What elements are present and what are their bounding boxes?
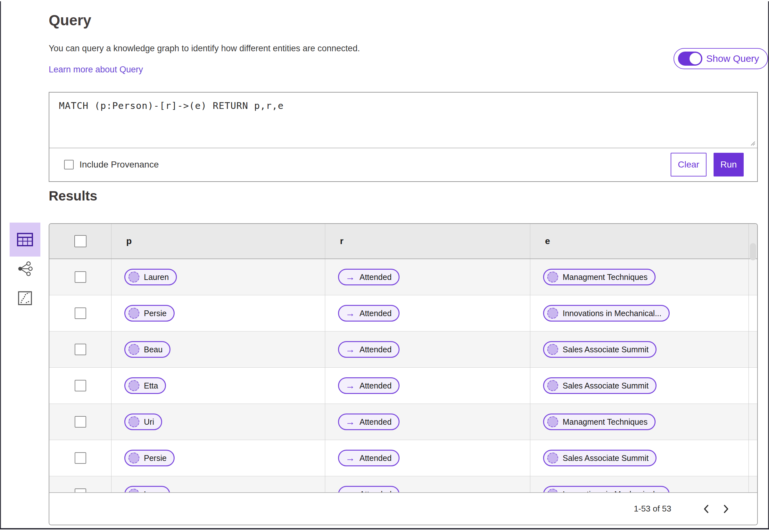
network-view-button[interactable] (10, 258, 40, 279)
row-checkbox[interactable] (75, 344, 86, 355)
row-checkbox-cell (49, 259, 111, 295)
relation-pill[interactable]: →Attended (338, 450, 400, 466)
table-row: Beau→AttendedSales Associate Summit (49, 331, 757, 368)
network-icon (17, 261, 33, 276)
arrow-right-icon: → (345, 416, 355, 427)
pagination-range-label: 1-53 of 53 (634, 504, 671, 514)
entity-pill[interactable]: Sales Associate Summit (543, 341, 657, 358)
entity-pill[interactable]: Uri (124, 413, 162, 430)
entity-node-icon (128, 308, 139, 319)
results-heading: Results (49, 188, 97, 204)
table-row: Uri→AttendedManagment Techniques (49, 404, 757, 440)
row-checkbox-cell (49, 295, 111, 331)
relation-pill[interactable]: →Attended (338, 377, 400, 394)
row-checkbox-cell (49, 331, 111, 367)
cell-r: →Attended (325, 440, 530, 476)
show-query-toggle[interactable]: Show Query (674, 48, 768, 69)
entity-node-icon (128, 344, 139, 355)
next-page-button[interactable] (716, 504, 736, 513)
cell-r: →Attended (325, 404, 530, 440)
cell-e: Sales Associate Summit (530, 331, 757, 367)
query-textarea[interactable]: MATCH (p:Person)-[r]->(e) RETURN p,r,e (49, 93, 757, 148)
learn-more-link[interactable]: Learn more about Query (49, 65, 143, 75)
row-checkbox[interactable] (75, 416, 86, 428)
pill-label: Attended (359, 273, 392, 282)
chevron-right-icon (723, 504, 729, 513)
entity-node-icon (547, 416, 558, 427)
table-row: Persie→AttendedSales Associate Summit (49, 440, 757, 476)
pill-label: Persie (144, 454, 167, 463)
entity-pill[interactable]: Innovations in Mechanical... (543, 305, 670, 322)
pill-label: Uri (144, 417, 154, 427)
query-text: MATCH (p:Person)-[r]->(e) RETURN p,r,e (59, 100, 283, 111)
page-description: You can query a knowledge graph to ident… (49, 44, 360, 53)
entity-node-icon (547, 380, 558, 391)
table-header-row: p r e (49, 224, 757, 259)
table-row: Etta→AttendedSales Associate Summit (49, 368, 757, 404)
pill-label: Persie (144, 309, 167, 318)
entity-pill[interactable]: Lauren (124, 269, 177, 285)
row-checkbox-cell (49, 368, 111, 404)
cell-e: Managment Techniques (530, 404, 757, 440)
query-actions-bar: Include Provenance Clear Run (49, 148, 757, 181)
query-editor-panel: MATCH (p:Person)-[r]->(e) RETURN p,r,e I… (49, 92, 758, 182)
include-provenance-option[interactable]: Include Provenance (64, 160, 159, 170)
pill-label: Lauren (144, 273, 169, 282)
pill-label: Sales Associate Summit (563, 381, 649, 390)
table-icon (17, 233, 33, 246)
query-buttons: Clear Run (671, 153, 744, 176)
table-view-button[interactable] (10, 223, 40, 257)
row-checkbox[interactable] (75, 452, 86, 464)
entity-pill[interactable]: Persie (124, 305, 175, 322)
entity-node-icon (128, 380, 139, 391)
table-row: Persie→AttendedInnovations in Mechanical… (49, 295, 757, 331)
entity-node-icon (547, 453, 558, 463)
select-all-checkbox[interactable] (74, 235, 86, 247)
scrollbar-thumb[interactable] (750, 243, 756, 260)
pill-label: Managment Techniques (563, 273, 648, 282)
relation-pill[interactable]: →Attended (338, 413, 400, 430)
relation-pill[interactable]: →Attended (338, 341, 400, 358)
cell-r: →Attended (325, 295, 530, 331)
arrow-right-icon: → (345, 344, 355, 355)
chevron-left-icon (703, 504, 709, 513)
entity-pill[interactable]: Sales Associate Summit (543, 450, 657, 466)
previous-page-button[interactable] (696, 504, 716, 513)
pill-label: Sales Associate Summit (563, 345, 649, 354)
toggle-on-icon[interactable] (678, 52, 702, 66)
run-button[interactable]: Run (714, 153, 744, 176)
entity-pill[interactable]: Etta (124, 377, 166, 394)
arrow-right-icon: → (345, 453, 355, 463)
row-checkbox[interactable] (75, 307, 86, 319)
cell-p: Beau (111, 331, 325, 367)
cell-e: Sales Associate Summit (530, 440, 757, 476)
entity-pill[interactable]: Beau (124, 341, 170, 358)
relation-pill[interactable]: →Attended (338, 305, 400, 322)
cell-e: Sales Associate Summit (530, 368, 757, 404)
relation-pill[interactable]: →Attended (338, 269, 400, 285)
path-view-button[interactable] (10, 288, 40, 309)
resize-handle-icon[interactable] (749, 140, 756, 146)
cell-p: Persie (111, 295, 325, 331)
entity-pill[interactable]: Managment Techniques (543, 269, 656, 285)
include-provenance-label: Include Provenance (79, 160, 159, 170)
row-checkbox[interactable] (75, 380, 86, 391)
pill-label: Attended (359, 417, 392, 427)
entity-node-icon (547, 272, 558, 282)
entity-pill[interactable]: Sales Associate Summit (543, 377, 657, 394)
entity-pill[interactable]: Managment Techniques (543, 413, 656, 430)
cell-r: →Attended (325, 368, 530, 404)
entity-node-icon (547, 308, 558, 319)
row-checkbox[interactable] (75, 271, 86, 283)
cell-p: Persie (111, 440, 325, 476)
clear-button[interactable]: Clear (671, 153, 707, 176)
include-provenance-checkbox[interactable] (64, 160, 74, 169)
table-pagination-bar: 1-53 of 53 (49, 492, 757, 525)
cell-p: Uri (111, 404, 325, 440)
cell-r: →Attended (325, 259, 530, 295)
entity-pill[interactable]: Persie (124, 450, 175, 466)
pill-label: Sales Associate Summit (563, 454, 649, 463)
pill-label: Attended (359, 309, 392, 318)
window-edge (0, 1, 1, 529)
entity-node-icon (128, 272, 139, 282)
